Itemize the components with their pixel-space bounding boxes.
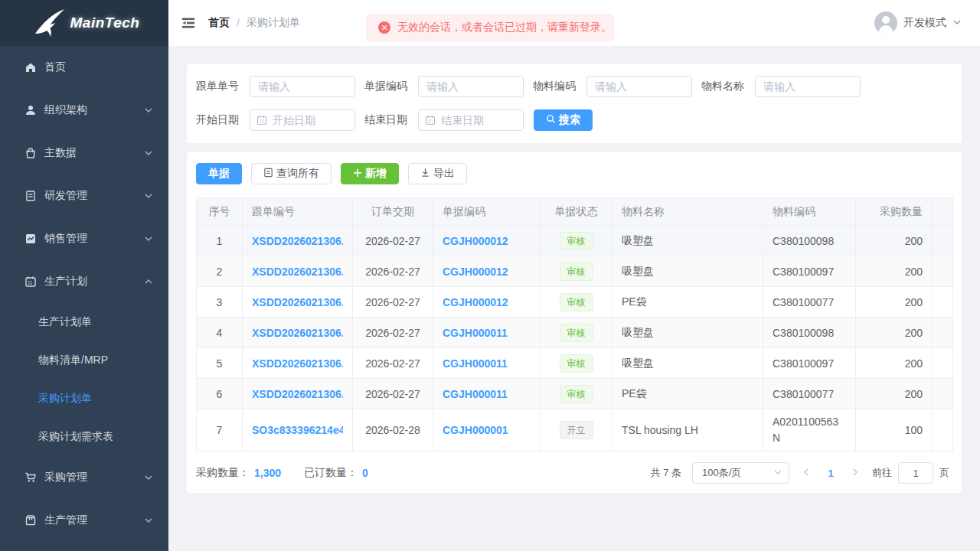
order-link[interactable]: XSDD2026021306.. <box>252 388 343 400</box>
cell-order: XSDD2026021306.. <box>243 287 353 318</box>
page-size-select[interactable]: 100条/页 <box>692 462 789 484</box>
sidebar-item-master-data[interactable]: 主数据 <box>0 132 168 174</box>
cell-extra <box>933 318 953 348</box>
cell-qty: 200 <box>856 256 933 287</box>
docs-button[interactable]: 单据 <box>196 163 242 184</box>
table-row[interactable]: 1 XSDD2026021306.. 2026-02-27 CGJH000012… <box>197 226 953 256</box>
order-link[interactable]: XSDD2026021306.. <box>252 235 343 247</box>
toolbar: 单据 查询所有 新增 导出 <box>196 163 952 184</box>
chevron-down-icon <box>144 516 153 525</box>
table-row[interactable]: 6 XSDD2026021306.. 2026-02-27 CGJH000011… <box>197 379 953 409</box>
cell-doc: CGJH000011 <box>433 348 541 379</box>
col-header-qty: 采购数量 <box>856 198 933 226</box>
table-row[interactable]: 4 XSDD2026021306.. 2026-02-27 CGJH000011… <box>197 318 953 348</box>
order-link[interactable]: XSDD2026021306.. <box>252 296 343 308</box>
status-badge: 审核 <box>560 262 593 281</box>
cell-code: A0201100563N <box>763 409 856 452</box>
search-icon <box>546 114 556 126</box>
menu-fold-icon[interactable] <box>181 15 196 31</box>
table-row[interactable]: 3 XSDD2026021306.. 2026-02-27 CGJH000012… <box>197 287 953 318</box>
breadcrumb-home[interactable]: 首页 <box>208 16 230 30</box>
brand-name: MainTech <box>70 15 140 31</box>
chevron-up-icon <box>144 277 153 286</box>
document-icon <box>24 190 37 202</box>
sidebar-item-purchasing[interactable]: 采购管理 <box>0 456 168 499</box>
purchase-qty-value: 1,300 <box>254 467 281 479</box>
cell-extra <box>933 226 953 256</box>
sidebar-item-production-plan[interactable]: 生产计划 <box>0 260 168 303</box>
table-row[interactable]: 5 XSDD2026021306.. 2026-02-27 CGJH000011… <box>197 348 953 379</box>
chevron-down-icon <box>952 17 962 29</box>
cell-status: 审核 <box>541 287 612 318</box>
order-link[interactable]: XSDD2026021306.. <box>252 357 343 370</box>
search-button-label: 搜索 <box>559 113 580 127</box>
cell-qty: 100 <box>856 409 933 452</box>
sidebar-item-home[interactable]: 首页 <box>0 46 168 89</box>
field-order-no: 跟单单号 <box>196 76 355 97</box>
sidebar-item-rnd[interactable]: 研发管理 <box>0 174 168 217</box>
cell-order: XSDD2026021306.. <box>243 318 353 348</box>
doc-link[interactable]: CGJH000001 <box>443 424 531 436</box>
cell-material: PE袋 <box>612 287 763 318</box>
cell-extra <box>933 256 953 287</box>
doc-link[interactable]: CGJH000012 <box>443 266 531 278</box>
sidebar-item-label: 主数据 <box>44 146 144 160</box>
goto-page-input[interactable] <box>898 462 933 484</box>
pagination: 共 7 条 100条/页 1 前往 页 <box>651 462 949 484</box>
sidebar-item-label: 首页 <box>44 60 153 74</box>
cell-date: 2026-02-27 <box>353 287 433 318</box>
download-icon <box>420 168 430 180</box>
cell-material: 吸塑盘 <box>612 256 763 287</box>
doc-code-input[interactable] <box>418 76 524 97</box>
export-button[interactable]: 导出 <box>408 163 467 184</box>
topbar: 首页 / 采购计划单 ✕ 无效的会话，或者会话已过期，请重新登录。 开发模式 <box>168 0 980 46</box>
sidebar-subitem-purchase-plan-order[interactable]: 采购计划单 <box>0 380 168 418</box>
doc-link[interactable]: CGJH000011 <box>443 357 531 370</box>
material-name-input[interactable] <box>755 76 861 97</box>
breadcrumb-separator: / <box>237 17 240 29</box>
table-row[interactable]: 7 SO3c833396214e40 2026-02-28 CGJH000001… <box>197 409 953 452</box>
cart-icon <box>24 471 37 484</box>
doc-link[interactable]: CGJH000011 <box>443 388 531 400</box>
session-error-alert: ✕ 无效的会话，或者会话已过期，请重新登录。 <box>366 14 614 41</box>
order-link[interactable]: SO3c833396214e40 <box>252 424 343 436</box>
table-footer: 采购数量： 1,300 已订数量： 0 共 7 条 100条/页 1 前往 <box>196 461 952 485</box>
user-menu[interactable]: 开发模式 <box>874 11 962 34</box>
material-code-input[interactable] <box>586 76 692 97</box>
cell-date: 2026-02-27 <box>353 348 433 379</box>
sidebar-subitem-bom-mrp[interactable]: 物料清单/MRP <box>0 341 168 380</box>
query-all-button[interactable]: 查询所有 <box>251 163 332 184</box>
cell-qty: 200 <box>856 287 933 318</box>
list-icon <box>263 168 273 180</box>
sidebar-subitem-production-plan-order[interactable]: 生产计划单 <box>0 303 168 341</box>
sidebar-item-manufacturing[interactable]: 生产管理 <box>0 499 168 542</box>
next-page-icon[interactable] <box>849 467 861 479</box>
status-badge: 开立 <box>560 421 593 439</box>
breadcrumb-current: 采购计划单 <box>247 16 300 30</box>
field-label: 跟单单号 <box>196 80 239 93</box>
table-row[interactable]: 2 XSDD2026021306.. 2026-02-27 CGJH000012… <box>197 256 953 287</box>
current-page[interactable]: 1 <box>823 468 838 479</box>
cell-material: 吸塑盘 <box>612 348 763 379</box>
sidebar-item-label: 生产管理 <box>44 514 144 527</box>
cell-doc: CGJH000012 <box>433 256 541 287</box>
doc-link[interactable]: CGJH000011 <box>443 327 531 339</box>
doc-link[interactable]: CGJH000012 <box>443 235 531 247</box>
cell-material: 吸塑盘 <box>612 318 763 348</box>
prev-page-icon[interactable] <box>800 467 812 479</box>
cell-index: 4 <box>197 318 243 348</box>
sidebar-subitem-purchase-plan-demand[interactable]: 采购计划需求表 <box>0 418 168 456</box>
search-button[interactable]: 搜索 <box>534 109 593 131</box>
sidebar-item-sales[interactable]: 销售管理 <box>0 217 168 260</box>
order-no-input[interactable] <box>250 76 355 97</box>
doc-link[interactable]: CGJH000012 <box>443 296 531 308</box>
order-link[interactable]: XSDD2026021306.. <box>252 266 343 278</box>
add-button[interactable]: 新增 <box>341 163 399 184</box>
order-link[interactable]: XSDD2026021306.. <box>252 327 343 339</box>
sidebar-item-org[interactable]: 组织架构 <box>0 89 168 132</box>
field-material-name: 物料名称 <box>701 76 861 97</box>
avatar <box>874 11 897 34</box>
cell-index: 2 <box>197 256 243 287</box>
brand-swoosh-icon <box>29 6 69 40</box>
cell-qty: 200 <box>856 348 933 379</box>
